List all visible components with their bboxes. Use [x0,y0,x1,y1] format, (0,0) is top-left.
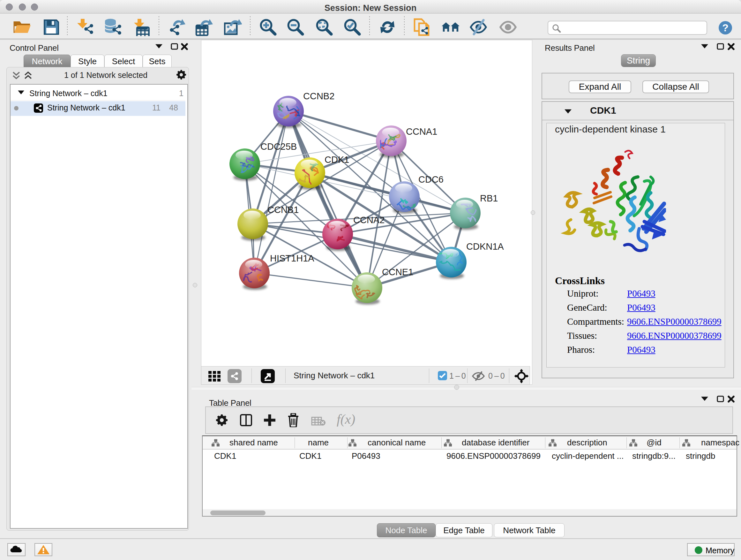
svg-text:CCNE1: CCNE1 [382,267,413,277]
svg-text:?: ? [722,22,729,34]
svg-text:CDC25B: CDC25B [260,141,297,152]
svg-text:CCNB1: CCNB1 [267,205,299,215]
svg-text:CDC6: CDC6 [418,174,444,185]
svg-text:HIST1H1A: HIST1H1A [270,253,314,263]
svg-text:CDK1: CDK1 [325,154,349,165]
svg-text:CCNA2: CCNA2 [353,215,385,225]
svg-text:CCNB2: CCNB2 [303,91,334,101]
svg-text:RB1: RB1 [480,193,498,203]
svg-text:CCNA1: CCNA1 [406,126,437,137]
svg-text:CDKN1A: CDKN1A [466,241,504,252]
